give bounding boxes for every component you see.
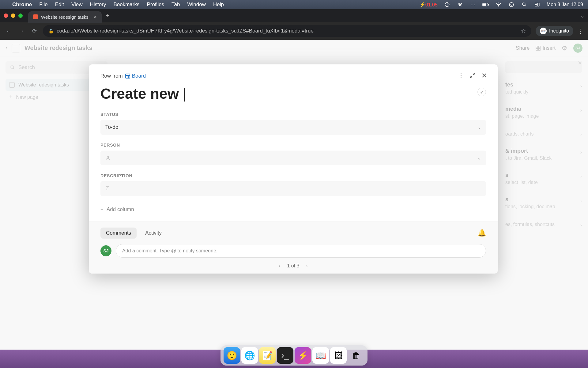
plus-icon: + (100, 206, 104, 213)
comment-input[interactable]: Add a comment. Type @ to notify someone. (116, 244, 486, 258)
pagination-next-icon[interactable]: › (306, 263, 308, 269)
menu-bookmarks[interactable]: Bookmarks (113, 2, 139, 8)
menu-history[interactable]: History (90, 2, 106, 8)
app-area: ‹ Website redesign tasks Share Insert ⚙ … (0, 40, 588, 350)
lock-icon[interactable]: 🔒 (48, 29, 54, 33)
tab-title: Website redesign tasks (41, 14, 89, 20)
chrome-menu-icon[interactable]: ⋮ (578, 27, 584, 35)
svg-line-24 (470, 76, 472, 78)
url-text: coda.io/d/Website-redesign-tasks_dSmUH7K… (57, 28, 314, 34)
title-expand-icon[interactable]: ⤢ (477, 88, 486, 96)
person-select[interactable]: ⌄ (100, 151, 486, 165)
dots-icon[interactable]: ⋯ (469, 1, 476, 8)
pagination: ‹ 1 of 3 › (100, 263, 486, 269)
modal-more-icon[interactable]: ⋮ (458, 72, 464, 79)
window-minimize-icon[interactable] (11, 13, 15, 18)
incognito-badge[interactable]: 👓 Incognito (536, 26, 573, 36)
svg-rect-19 (126, 74, 130, 78)
pagination-prev-icon[interactable]: ‹ (279, 263, 280, 269)
control-center-icon[interactable] (534, 1, 541, 8)
svg-rect-10 (535, 3, 537, 5)
controls-icon[interactable] (508, 1, 515, 8)
description-placeholder: T (105, 186, 108, 192)
battery-remaining-icon[interactable]: ⚡01:05 (419, 2, 438, 8)
dock-app6-icon[interactable]: 📖 (312, 347, 329, 364)
chevron-down-icon: ⌄ (477, 155, 481, 160)
field-label-description: DESCRIPTION (100, 173, 486, 178)
dock-app5-icon[interactable]: ⚡ (295, 347, 311, 364)
window-controls (4, 13, 23, 18)
board-link[interactable]: Board (125, 73, 146, 79)
description-input[interactable]: T (100, 181, 486, 196)
menu-help[interactable]: Help (213, 2, 224, 8)
tab-comments[interactable]: Comments (100, 228, 137, 239)
dock-trash-icon[interactable]: 🗑 (348, 347, 364, 364)
macos-dock: 🙂 🌐 📝 ›_ ⚡ 📖 🖼 🗑 (221, 345, 368, 366)
dock-finder-icon[interactable]: 🙂 (224, 347, 240, 364)
menu-edit[interactable]: Edit (55, 2, 64, 8)
menu-profiles[interactable]: Profiles (147, 2, 164, 8)
svg-line-9 (525, 5, 526, 6)
tabs-dropdown-icon[interactable]: ⌄ (580, 13, 584, 19)
url-bar[interactable]: 🔒 coda.io/d/Website-redesign-tasks_dSmUH… (43, 25, 531, 37)
modal-footer: Comments Activity 🔔 SJ Add a comment. Ty… (89, 221, 498, 274)
bookmark-star-icon[interactable]: ☆ (521, 28, 526, 34)
comment-avatar: SJ (100, 245, 111, 256)
dock-app7-icon[interactable]: 🖼 (330, 347, 347, 364)
chevron-down-icon: ⌄ (477, 125, 481, 130)
status-value: To-do (105, 124, 119, 130)
nav-reload-icon[interactable]: ⟳ (30, 28, 39, 34)
tab-close-icon[interactable]: × (93, 14, 97, 20)
svg-point-6 (509, 2, 514, 7)
svg-rect-4 (483, 4, 486, 6)
tool-icon[interactable]: ⚒ (457, 1, 463, 8)
menu-view[interactable]: View (71, 2, 83, 8)
svg-point-27 (107, 156, 108, 158)
tab-strip: Website redesign tasks × + ⌄ (0, 9, 588, 22)
address-row: ← → ⟳ 🔒 coda.io/d/Website-redesign-tasks… (0, 22, 588, 40)
incognito-label: Incognito (549, 28, 569, 34)
window-zoom-icon[interactable] (18, 13, 23, 18)
menubar-datetime[interactable]: Mon 3 Jan 12:09 (547, 2, 583, 7)
comment-placeholder: Add a comment. Type @ to notify someone. (122, 248, 217, 254)
new-tab-button[interactable]: + (105, 12, 109, 20)
browser-tab[interactable]: Website redesign tasks × (28, 11, 102, 23)
svg-rect-3 (488, 4, 489, 6)
status-select[interactable]: To-do ⌄ (100, 120, 486, 135)
menu-file[interactable]: File (39, 2, 47, 8)
add-column-button[interactable]: + Add column (100, 204, 486, 215)
svg-rect-12 (535, 5, 537, 6)
window-close-icon[interactable] (4, 13, 8, 18)
breadcrumb: Row from Board (100, 73, 486, 79)
dock-terminal-icon[interactable]: ›_ (277, 347, 293, 364)
macos-menubar: Chrome File Edit View History Bookmarks … (0, 0, 588, 9)
tab-activity[interactable]: Activity (140, 228, 167, 239)
wifi-icon[interactable] (495, 1, 502, 8)
svg-point-5 (498, 6, 499, 6)
nav-forward-icon[interactable]: → (17, 28, 26, 34)
person-placeholder-icon (105, 155, 110, 160)
menu-window[interactable]: Window (187, 2, 206, 8)
text-cursor-icon (184, 88, 185, 102)
field-label-status: STATUS (100, 112, 486, 117)
row-from-label: Row from (100, 73, 123, 79)
add-column-label: Add column (107, 206, 134, 213)
notification-bell-icon[interactable]: 🔔 (478, 229, 486, 237)
menubar-app-name[interactable]: Chrome (12, 2, 32, 8)
svg-line-23 (473, 73, 475, 75)
board-link-label: Board (132, 73, 146, 79)
favicon-icon (33, 14, 38, 19)
dock-chrome-icon[interactable]: 🌐 (241, 347, 258, 364)
battery-icon[interactable] (482, 1, 489, 8)
modal-expand-icon[interactable] (469, 72, 476, 79)
spotlight-icon[interactable] (521, 1, 528, 8)
incognito-icon: 👓 (540, 28, 547, 34)
nav-back-icon[interactable]: ← (4, 28, 13, 34)
row-detail-modal: Row from Board ⋮ Create new ⤢ STATUS To-… (89, 64, 498, 274)
svg-point-8 (522, 3, 525, 6)
modal-close-icon[interactable] (481, 72, 487, 79)
power-icon[interactable] (444, 1, 450, 8)
dock-notes-icon[interactable]: 📝 (259, 347, 276, 364)
menu-tab[interactable]: Tab (172, 2, 180, 8)
row-title-input[interactable]: Create new ⤢ (100, 85, 486, 102)
